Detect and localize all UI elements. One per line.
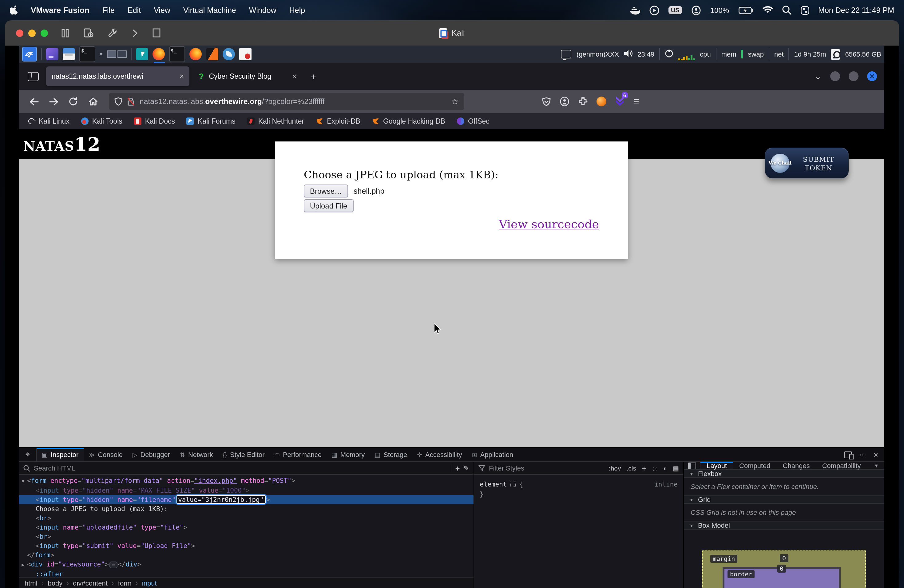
vm-minimize-button[interactable] bbox=[830, 71, 840, 81]
devtools-tab-accessibility[interactable]: ✛Accessibility bbox=[412, 448, 467, 461]
close-tab-icon[interactable]: × bbox=[292, 72, 296, 81]
bookmark-kali-nethunter[interactable]: Kali NetHunter bbox=[247, 117, 304, 125]
control-center-icon[interactable] bbox=[800, 6, 809, 14]
pick-element-icon[interactable]: ⌖ bbox=[19, 448, 37, 461]
swap-label[interactable]: swap bbox=[748, 51, 764, 58]
extensions-puzzle-icon[interactable] bbox=[578, 96, 588, 106]
html-tree-line[interactable]: ▶<div id="viewsource">⋯</div> bbox=[19, 560, 474, 569]
bookmark-kali-linux[interactable]: Kali Linux bbox=[28, 117, 70, 125]
panel-clock[interactable]: 23:49 bbox=[637, 51, 654, 58]
new-tab-button[interactable]: + bbox=[306, 71, 321, 82]
app-menu-hamburger-icon[interactable]: ≡ bbox=[634, 96, 639, 107]
pocket-extension-icon[interactable] bbox=[542, 97, 551, 106]
vm-maximize-button[interactable] bbox=[849, 71, 858, 81]
url-bar[interactable]: natas12.natas.labs.overthewire.org/?bgco… bbox=[109, 93, 464, 110]
filter-styles-input[interactable]: Filter Styles bbox=[489, 465, 524, 472]
sidebar-toggle-icon[interactable] bbox=[684, 462, 700, 469]
devtools-tab-style-editor[interactable]: {}Style Editor bbox=[218, 448, 270, 461]
mem-label[interactable]: mem bbox=[721, 51, 736, 58]
html-tree-line[interactable]: <br> bbox=[19, 514, 474, 523]
insecure-lock-icon[interactable] bbox=[127, 97, 135, 106]
zoom-window-button[interactable] bbox=[41, 29, 48, 36]
display-tray-icon[interactable] bbox=[561, 50, 572, 58]
sidebar-tabs-dropdown-icon[interactable]: ▼ bbox=[868, 462, 884, 469]
bookmark-google-hacking-db[interactable]: Google Hacking DB bbox=[372, 117, 445, 125]
html-tree-line[interactable]: Choose a JPEG to upload (max 1KB): bbox=[19, 504, 474, 514]
task-wireshark-icon[interactable] bbox=[222, 48, 235, 60]
devtools-tab-memory[interactable]: ▦Memory bbox=[327, 448, 370, 461]
sidebar-tab-changes[interactable]: Changes bbox=[777, 462, 816, 469]
task-firefox-active-icon[interactable] bbox=[152, 48, 164, 60]
menubar-item-file[interactable]: File bbox=[103, 6, 115, 14]
suspend-vm-icon[interactable] bbox=[62, 28, 69, 37]
breadcrumb-input[interactable]: input bbox=[142, 579, 157, 587]
menubar-item-window[interactable]: Window bbox=[249, 6, 277, 14]
print-sim-icon[interactable]: ▤ bbox=[673, 465, 679, 472]
grid-section-header[interactable]: ▼Grid bbox=[684, 496, 884, 504]
account-icon[interactable] bbox=[559, 96, 569, 106]
task-texteditor-icon[interactable] bbox=[239, 48, 251, 60]
forward-button[interactable] bbox=[45, 93, 62, 110]
style-rules[interactable]: element{ } inline bbox=[474, 475, 683, 503]
html-tree-line[interactable]: <br> bbox=[19, 532, 474, 541]
task-burpsuite-icon[interactable] bbox=[206, 48, 218, 60]
bookmark-star-icon[interactable]: ☆ bbox=[451, 96, 459, 106]
extension-with-badge-icon[interactable]: 6 bbox=[615, 96, 625, 106]
tab-cyber-security-blog[interactable]: ? Cyber Security Blog × bbox=[193, 66, 302, 86]
close-tab-icon[interactable]: × bbox=[180, 72, 184, 81]
user-menu-icon[interactable] bbox=[691, 5, 701, 15]
task-exegol-icon[interactable] bbox=[136, 48, 148, 60]
volume-icon[interactable] bbox=[624, 50, 632, 58]
devtools-tab-storage[interactable]: ▤Storage bbox=[370, 448, 412, 461]
play-circle-menu-icon[interactable] bbox=[650, 5, 659, 15]
show-desktop-button[interactable] bbox=[46, 48, 58, 60]
border-top-value[interactable]: 0 bbox=[777, 564, 786, 573]
sidebar-tab-computed[interactable]: Computed bbox=[733, 462, 777, 469]
devtools-tab-application[interactable]: ⊞Application bbox=[467, 448, 518, 461]
sidebar-tab-compatibility[interactable]: Compatibility bbox=[816, 462, 867, 469]
foxyproxy-extension-icon[interactable] bbox=[596, 96, 606, 106]
devtools-tab-network[interactable]: ⇅Network bbox=[175, 448, 218, 461]
upload-file-button[interactable]: Upload File bbox=[304, 199, 353, 212]
kali-applications-button[interactable] bbox=[22, 47, 37, 62]
menubar-item-help[interactable]: Help bbox=[289, 6, 305, 14]
html-tree-line[interactable]: <input name="uploadedfile" type="file"> bbox=[19, 523, 474, 532]
html-tree-line[interactable]: ▼<form enctype="multipart/form-data" act… bbox=[19, 476, 474, 486]
devtools-tab-debugger[interactable]: ▷Debugger bbox=[128, 448, 175, 461]
bookmark-offsec[interactable]: OffSec bbox=[457, 117, 490, 125]
sidebar-tab-layout[interactable]: Layout bbox=[700, 462, 733, 469]
eyedropper-icon[interactable]: ✎ bbox=[464, 464, 469, 472]
snapshot-icon[interactable] bbox=[84, 28, 93, 38]
task-terminal-icon[interactable]: $_ bbox=[169, 46, 185, 62]
apple-menu-icon[interactable] bbox=[10, 5, 18, 15]
minimize-window-button[interactable] bbox=[28, 29, 36, 36]
firefox-view-button[interactable] bbox=[24, 67, 43, 85]
terminal-button[interactable]: $_ bbox=[79, 46, 95, 62]
bookmark-kali-forums[interactable]: Kali Forums bbox=[186, 117, 235, 125]
docker-menu-icon[interactable] bbox=[630, 6, 640, 14]
devtools-tab-inspector[interactable]: ▣Inspector bbox=[37, 448, 83, 461]
view-sourcecode-link[interactable]: View sourcecode bbox=[499, 217, 599, 231]
html-tree[interactable]: ▼<form enctype="multipart/form-data" act… bbox=[19, 475, 474, 577]
bookmark-exploit-db[interactable]: Exploit-DB bbox=[316, 117, 360, 125]
bookmark-kali-docs[interactable]: Kali Docs bbox=[134, 117, 175, 125]
menubar-app-name[interactable]: VMware Fusion bbox=[31, 6, 90, 15]
create-new-node-icon[interactable]: + bbox=[455, 463, 460, 473]
class-toggle[interactable]: .cls bbox=[627, 465, 637, 472]
home-button[interactable] bbox=[84, 93, 101, 110]
html-tree-line[interactable]: ::after bbox=[19, 569, 474, 577]
wifi-icon[interactable] bbox=[762, 6, 773, 14]
breadcrumb-body[interactable]: body bbox=[48, 579, 63, 587]
search-html-input[interactable]: Search HTML bbox=[34, 465, 76, 472]
breadcrumb-form[interactable]: form bbox=[118, 579, 131, 587]
cpu-label[interactable]: cpu bbox=[700, 51, 711, 58]
reload-button[interactable] bbox=[65, 93, 82, 110]
pseudo-class-toggle[interactable]: :hov bbox=[609, 465, 621, 472]
margin-top-value[interactable]: 0 bbox=[780, 554, 789, 562]
tab-natas12[interactable]: natas12.natas.labs.overthewi × bbox=[46, 66, 190, 86]
dark-theme-sim-icon[interactable]: ◐ bbox=[663, 465, 667, 472]
input-source-badge[interactable]: US bbox=[669, 6, 682, 14]
close-window-button[interactable] bbox=[16, 29, 24, 36]
vm-close-button[interactable]: ✕ bbox=[867, 71, 877, 81]
spotlight-search-icon[interactable] bbox=[782, 6, 791, 15]
